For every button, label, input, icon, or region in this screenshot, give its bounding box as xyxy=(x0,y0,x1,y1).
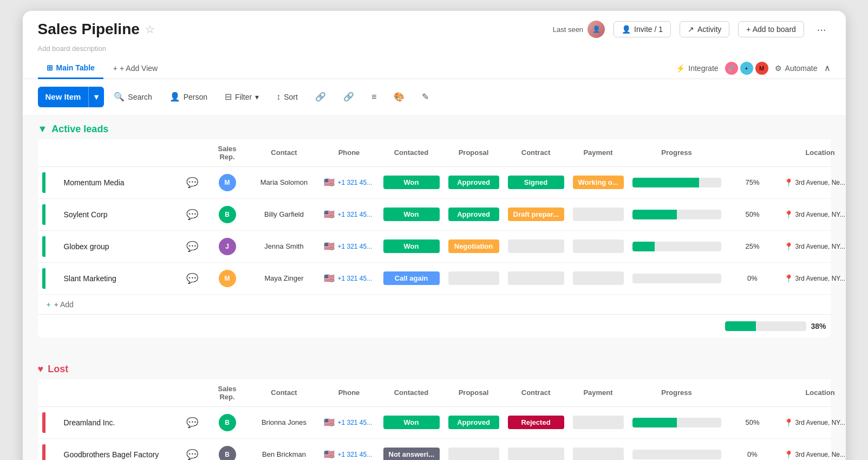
tab-main-table[interactable]: ⊞ Main Table xyxy=(38,58,103,79)
row-payment-4[interactable] xyxy=(569,266,628,290)
more-options-button[interactable]: ··· xyxy=(813,21,831,38)
row-comment-5[interactable]: 💬 xyxy=(179,411,206,434)
group-chevron-active[interactable]: ▼ xyxy=(38,124,48,135)
last-seen-label: Last seen xyxy=(553,25,583,34)
add-view-button[interactable]: + + Add View xyxy=(106,59,165,78)
group-title-active[interactable]: Active leads xyxy=(51,124,108,135)
contacted-status-5: Won xyxy=(383,416,440,429)
row-contacted-4[interactable]: Call again xyxy=(379,266,444,290)
row-contacted-6[interactable]: Not answeri... xyxy=(379,442,444,460)
proposal-status-3: Negotiation xyxy=(448,239,499,253)
row-proposal-6[interactable] xyxy=(444,442,504,460)
row-bar-3 xyxy=(38,231,60,262)
group-title-lost[interactable]: Lost xyxy=(48,364,68,375)
filter-icon: ⊟ xyxy=(225,92,232,102)
row-comment-6[interactable]: 💬 xyxy=(179,443,206,461)
row-proposal-4[interactable] xyxy=(444,266,504,290)
more-toolbar-button[interactable]: ✎ xyxy=(414,87,436,106)
color-icon: 🎨 xyxy=(394,92,404,102)
row-contact-5: Brionna Jones xyxy=(249,413,319,432)
row-name-slant[interactable]: Slant Marketing xyxy=(60,269,179,288)
proposal-status-1: Approved xyxy=(448,176,499,189)
color-button[interactable]: 🎨 xyxy=(386,87,412,106)
phone-num-1[interactable]: +1 321 45... xyxy=(338,179,373,186)
phone-num-3[interactable]: +1 321 45... xyxy=(338,243,373,250)
link-button[interactable]: 🔗 xyxy=(308,87,334,106)
summary-pct: 38% xyxy=(811,322,826,331)
invite-button[interactable]: 👤 Invite / 1 xyxy=(614,21,671,37)
star-icon[interactable]: ☆ xyxy=(145,23,155,36)
sort-button[interactable]: ↕ Sort xyxy=(269,88,305,106)
group-chevron-lost[interactable]: ♥ xyxy=(38,364,44,375)
row-contacted-1[interactable]: Won xyxy=(379,170,444,195)
row-contract-2[interactable]: Draft prepar... xyxy=(504,202,569,226)
phone-num-5[interactable]: +1 321 45... xyxy=(338,419,373,426)
table-lost: Sales Rep. Contact Phone Contacted Propo… xyxy=(38,379,831,461)
sales-rep-avatar-4: M xyxy=(219,270,236,287)
row-payment-1[interactable]: Working o... xyxy=(569,170,628,195)
row-comment-3[interactable]: 💬 xyxy=(179,235,206,258)
payment-status-6 xyxy=(573,448,624,460)
proposal-status-4 xyxy=(448,271,499,285)
row-name-goodbrothers[interactable]: Goodbrothers Bagel Factory xyxy=(60,445,179,461)
row-proposal-2[interactable]: Approved xyxy=(444,202,504,226)
row-contract-1[interactable]: Signed xyxy=(504,170,569,195)
row-contract-3[interactable] xyxy=(504,234,569,258)
th-contract: Contract xyxy=(504,143,569,162)
row-payment-5[interactable] xyxy=(569,410,628,435)
board-description[interactable]: Add board description xyxy=(23,43,846,58)
progress-fill-2 xyxy=(632,210,677,219)
row-comment-2[interactable]: 💬 xyxy=(179,203,206,226)
row-contract-6[interactable] xyxy=(504,442,569,460)
row-proposal-5[interactable]: Approved xyxy=(444,410,504,435)
table-row: Soylent Corp 💬 B Billy Garfield 🇺🇸 +1 32… xyxy=(38,199,831,231)
row-payment-6[interactable] xyxy=(569,442,628,460)
new-item-button[interactable]: New Item ▾ xyxy=(38,87,105,107)
location-pin-4: 📍 xyxy=(784,274,793,283)
phone-num-4[interactable]: +1 321 45... xyxy=(338,275,373,282)
new-item-dropdown-arrow[interactable]: ▾ xyxy=(88,87,104,107)
filter-button[interactable]: ⊟ Filter ▾ xyxy=(217,87,266,106)
row-avatar-5: B xyxy=(206,409,249,437)
table-header-active: Sales Rep. Contact Phone Contacted Propo… xyxy=(38,139,831,167)
embed-button[interactable]: 🔗 xyxy=(336,87,362,106)
last-seen: Last seen 👤 xyxy=(553,21,605,38)
location-text-6: 3rd Avenue, Ne... xyxy=(795,451,846,458)
row-payment-3[interactable] xyxy=(569,234,628,258)
group-header-active: ▼ Active leads xyxy=(38,115,831,139)
tabs-right: ⚡ Integrate 🔗 + M ⚙ Automate ∧ xyxy=(676,62,830,75)
row-proposal-1[interactable]: Approved xyxy=(444,170,504,195)
row-payment-2[interactable] xyxy=(569,202,628,226)
add-to-board-button[interactable]: + Add to board xyxy=(738,21,804,37)
more-toolbar-icon: ✎ xyxy=(422,92,429,102)
collapse-button[interactable]: ∧ xyxy=(824,63,831,73)
toolbar: New Item ▾ 🔍 Search 👤 Person ⊟ Filter ▾ … xyxy=(23,79,846,115)
row-contacted-5[interactable]: Won xyxy=(379,410,444,435)
row-contact-2: Billy Garfield xyxy=(249,205,319,224)
flag-icon-5: 🇺🇸 xyxy=(324,417,335,427)
person-filter-button[interactable]: 👤 Person xyxy=(162,87,215,106)
row-proposal-3[interactable]: Negotiation xyxy=(444,234,504,258)
row-height-button[interactable]: ≡ xyxy=(364,88,384,106)
row-comment-1[interactable]: 💬 xyxy=(179,171,206,194)
row-contacted-2[interactable]: Won xyxy=(379,202,444,226)
add-row-active[interactable]: + + Add xyxy=(38,295,831,314)
plus-icon: + xyxy=(113,64,118,73)
th-contacted-l: Contacted xyxy=(379,383,444,402)
activity-button[interactable]: ↗ Activity xyxy=(680,21,729,37)
row-comment-4[interactable]: 💬 xyxy=(179,267,206,290)
phone-num-6[interactable]: +1 321 45... xyxy=(338,451,373,458)
avatar: 👤 xyxy=(588,21,605,38)
row-name-soylent[interactable]: Soylent Corp xyxy=(60,205,179,224)
row-contract-5[interactable]: Rejected xyxy=(504,410,569,435)
integrate-button[interactable]: ⚡ Integrate xyxy=(676,64,718,73)
th-progress-l: Progress xyxy=(628,383,726,402)
row-contract-4[interactable] xyxy=(504,266,569,290)
automate-button[interactable]: ⚙ Automate xyxy=(775,64,818,73)
row-contacted-3[interactable]: Won xyxy=(379,234,444,258)
row-name-dreamland[interactable]: Dreamland Inc. xyxy=(60,413,179,432)
phone-num-2[interactable]: +1 321 45... xyxy=(338,211,373,218)
row-name-momentum[interactable]: Momentum Media xyxy=(60,173,179,192)
row-name-globex[interactable]: Globex group xyxy=(60,237,179,256)
search-button[interactable]: 🔍 Search xyxy=(106,87,159,106)
